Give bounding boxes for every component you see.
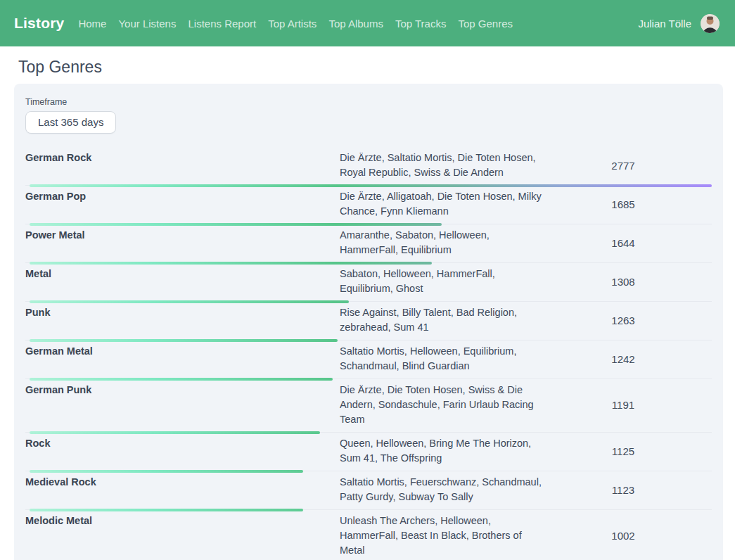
- user-name: Julian Tölle: [638, 18, 691, 30]
- genre-artists: Unleash The Archers, Helloween, HammerFa…: [340, 514, 545, 558]
- user-menu[interactable]: Julian Tölle: [638, 14, 720, 33]
- genre-artists: Saltatio Mortis, Feuerschwanz, Schandmau…: [340, 475, 545, 504]
- navbar: Listory Home Your Listens Listens Report…: [0, 0, 735, 46]
- genre-artists: Die Ärzte, Alligatoah, Die Toten Hosen, …: [340, 189, 545, 219]
- genre-artists: Saltatio Mortis, Helloween, Equilibrium,…: [340, 344, 545, 374]
- genre-count: 1308: [554, 276, 712, 288]
- genre-artists: Die Ärzte, Saltatio Mortis, Die Toten Ho…: [340, 151, 545, 180]
- nav-item-top-genres[interactable]: Top Genres: [458, 18, 513, 30]
- genre-name: Medieval Rock: [25, 475, 340, 504]
- user-avatar-icon: [701, 14, 720, 33]
- genre-artists: Amaranthe, Sabaton, Helloween, HammerFal…: [340, 228, 545, 257]
- genre-count: 1002: [554, 530, 712, 542]
- nav-item-top-artists[interactable]: Top Artists: [268, 18, 317, 30]
- nav-item-home[interactable]: Home: [78, 18, 106, 30]
- genre-row: Rock Queen, Helloween, Bring Me The Hori…: [25, 433, 712, 471]
- genre-count: 2777: [554, 160, 712, 172]
- genre-row: German Pop Die Ärzte, Alligatoah, Die To…: [25, 186, 712, 224]
- genre-name: Punk: [25, 305, 340, 335]
- genre-row: German Rock Die Ärzte, Saltatio Mortis, …: [25, 147, 712, 186]
- genre-count: 1685: [554, 198, 712, 210]
- nav-item-top-albums[interactable]: Top Albums: [328, 18, 383, 30]
- genre-row: German Punk Die Ärzte, Die Toten Hosen, …: [25, 379, 712, 433]
- genre-row: German Metal Saltatio Mortis, Helloween,…: [25, 341, 712, 379]
- nav-menu: Home Your Listens Listens Report Top Art…: [78, 18, 513, 30]
- genre-artists: Rise Against, Billy Talent, Bad Religion…: [340, 305, 545, 335]
- top-genres-card: Timeframe Last 365 days German Rock Die …: [14, 84, 723, 560]
- genres-table: German Rock Die Ärzte, Saltatio Mortis, …: [25, 147, 712, 560]
- genre-count: 1191: [554, 399, 712, 411]
- genre-artists: Sabaton, Helloween, HammerFall, Equilibr…: [340, 267, 545, 296]
- nav-item-listens-report[interactable]: Listens Report: [188, 18, 256, 30]
- genre-name: Melodic Metal: [25, 514, 340, 558]
- genre-name: Power Metal: [25, 228, 340, 257]
- genre-name: Rock: [25, 436, 340, 466]
- genre-row: Power Metal Amaranthe, Sabaton, Hellowee…: [25, 224, 712, 263]
- genre-row: Punk Rise Against, Billy Talent, Bad Rel…: [25, 302, 712, 341]
- genre-count: 1644: [554, 237, 712, 249]
- genre-name: Metal: [25, 267, 340, 296]
- genre-artists: Queen, Helloween, Bring Me The Horizon, …: [340, 436, 545, 466]
- genre-count: 1123: [554, 484, 712, 496]
- genre-row: Metal Sabaton, Helloween, HammerFall, Eq…: [25, 263, 712, 302]
- page-title: Top Genres: [18, 58, 735, 77]
- app-logo[interactable]: Listory: [14, 15, 64, 32]
- genre-name: German Pop: [25, 189, 340, 219]
- nav-item-top-tracks[interactable]: Top Tracks: [395, 18, 447, 30]
- genre-row: Melodic Metal Unleash The Archers, Hello…: [25, 510, 712, 560]
- genre-name: German Rock: [25, 151, 340, 180]
- timeframe-selector-button[interactable]: Last 365 days: [25, 111, 116, 134]
- genre-name: German Metal: [25, 344, 340, 374]
- nav-item-your-listens[interactable]: Your Listens: [118, 18, 176, 30]
- genre-count: 1263: [554, 314, 712, 326]
- timeframe-label: Timeframe: [25, 97, 712, 107]
- genre-artists: Die Ärzte, Die Toten Hosen, Swiss & Die …: [340, 383, 545, 427]
- genre-row: Medieval Rock Saltatio Mortis, Feuerschw…: [25, 471, 712, 510]
- genre-name: German Punk: [25, 383, 340, 427]
- genre-count: 1125: [554, 445, 712, 457]
- genre-count: 1242: [554, 353, 712, 365]
